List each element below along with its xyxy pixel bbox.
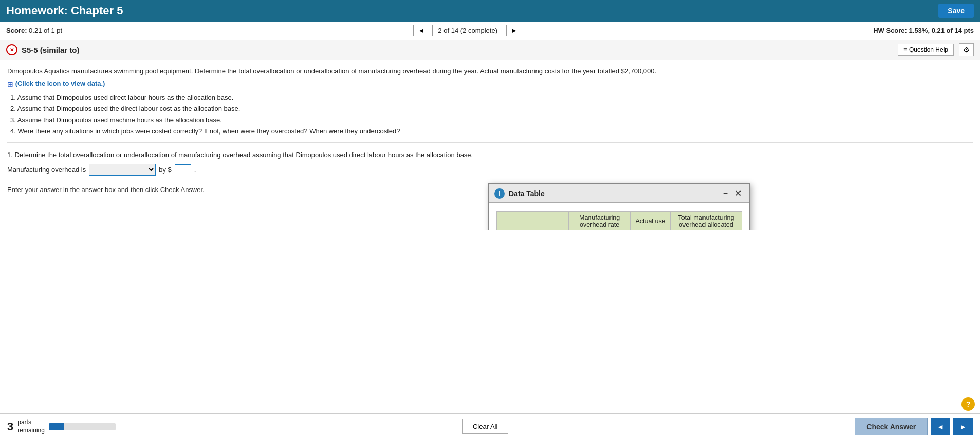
answer-by-label: by $ [159,166,172,174]
modal-title: Data Table [509,189,545,198]
assumptions-list: 1. Assume that Dimopoulos used direct la… [10,92,973,137]
question-help-button[interactable]: ≡ Question Help [898,44,954,56]
col-header-rate: Manufacturing overhead rate [569,212,631,230]
settings-button[interactable]: ⚙ [959,43,974,56]
assumption-3: 3. Assume that Dimopoulos used machine h… [10,114,973,126]
data-link[interactable]: (Click the icon to view data.) [15,80,105,87]
grid-icon: ⊞ [7,80,13,88]
col-header-label [497,212,569,230]
question-counter: 2 of 14 (2 complete) [432,25,503,36]
prev-question-button[interactable]: ◄ [413,25,429,36]
question1-text: 1. Determine the total overallocation or… [7,151,973,159]
save-button[interactable]: Save [938,4,974,18]
main-content: Dimopoulos Aquatics manufactures swimmin… [0,60,980,182]
data-table: Manufacturing overhead rate Actual use T… [496,211,742,230]
period: . [194,166,196,174]
hw-score-value: 1.53%, 0.21 of 14 pts [909,27,974,34]
dollar-input[interactable] [175,164,191,175]
question-header-right: ≡ Question Help ⚙ [898,43,974,56]
data-link-area: ⊞ (Click the icon to view data.) [7,80,973,88]
modal-header: i Data Table − ✕ [489,184,749,203]
modal-body: Manufacturing overhead rate Actual use T… [489,203,749,230]
assumption-4: 4. Were there any situations in which jo… [10,126,973,137]
hw-score-label: HW Score: [873,27,907,34]
col-header-actual: Actual use [631,212,671,230]
score-label: Score: [6,27,27,34]
next-question-button[interactable]: ► [506,25,522,36]
data-table-modal: i Data Table − ✕ Manufacturing overhead … [488,183,750,230]
hw-score: HW Score: 1.53%, 0.21 of 14 pts [873,27,974,34]
question-title: S5-5 (similar to) [22,46,80,54]
question-header: S5-5 (similar to) ≡ Question Help ⚙ [0,40,980,60]
answer-row: Manufacturing overhead is overallocated … [7,164,973,176]
modal-title-area: i Data Table [494,188,545,199]
modal-minimize-button[interactable]: − [720,188,730,199]
modal-close-button[interactable]: ✕ [732,187,744,199]
top-header: Homework: Chapter 5 Save [0,0,980,22]
info-icon: i [494,188,505,199]
score-navigation: ◄ 2 of 14 (2 complete) ► [413,25,522,36]
list-icon: ≡ [903,46,907,53]
assumption-1: 1. Assume that Dimopoulos used direct la… [10,92,973,103]
score-value: 0.21 of 1 pt [29,27,62,34]
col-header-total: Total manufacturing overhead allocated [670,212,742,230]
question-title-area: S5-5 (similar to) [6,44,80,55]
overhead-dropdown[interactable]: overallocated underallocated [89,164,156,176]
answer-prefix: Manufacturing overhead is [7,166,86,174]
score-row: Score: 0.21 of 1 pt ◄ 2 of 14 (2 complet… [0,22,980,40]
answer-section: 1. Determine the total overallocation or… [7,151,973,176]
page-title: Homework: Chapter 5 [6,4,123,17]
assumption-2: 2. Assume that Dimopoulos used the direc… [10,103,973,114]
score-left: Score: 0.21 of 1 pt [6,27,62,34]
modal-controls: − ✕ [720,187,744,199]
problem-intro: Dimopoulos Aquatics manufactures swimmin… [7,66,973,77]
question-badge [6,44,17,55]
